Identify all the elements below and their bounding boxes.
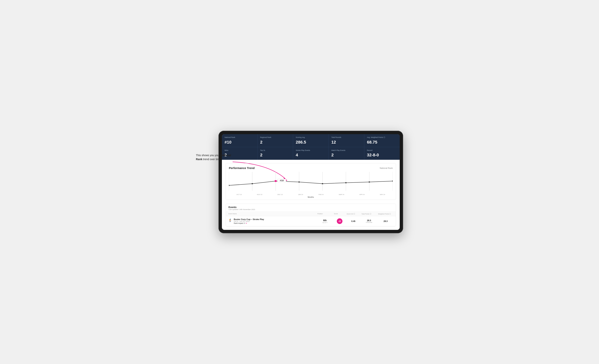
- stat-top3s-value: 2: [260, 153, 290, 158]
- event-sg-cell: 0.45: [347, 220, 360, 222]
- chart-header: Performance Trend National Rank: [229, 166, 393, 169]
- stat-stroke-play-label: Stroke Play Events: [296, 149, 326, 152]
- svg-point-12: [298, 181, 300, 183]
- stat-stroke-play-value: 4: [296, 153, 326, 158]
- table-row: 🏌️ Buster Cozy Cup – Stroke Play Oct 9 –…: [226, 216, 396, 226]
- position-cell: 6th out of 7: [317, 219, 333, 223]
- svg-point-16: [392, 180, 393, 182]
- stat-record-label: Record: [367, 149, 397, 152]
- event-name: Buster Cozy Cup – Stroke Play: [234, 218, 264, 221]
- event-name-cell: 🏌️ Buster Cozy Cup – Stroke Play Oct 9 –…: [229, 218, 316, 224]
- chart-x-label-may24: MAY 24: [372, 194, 393, 195]
- events-title: Events: [229, 206, 393, 209]
- stat-scoring-avg: Scoring Avg. 286.5: [293, 134, 328, 147]
- total-points-sub: 3 Rounds: [361, 222, 377, 223]
- rank-direction-icon: ▼: [246, 222, 247, 224]
- event-date: Oct 9 – Oct 10, 2023: [234, 221, 264, 222]
- stat-total-rounds: Total Rounds 12: [329, 134, 364, 147]
- svg-point-10: [252, 183, 253, 184]
- golf-icon: 🏌️: [229, 219, 232, 222]
- chart-x-labels: OCT 23 NOV 23 DEC 23 JAN 24 FEB 24 MAR 2…: [229, 193, 393, 195]
- outer-wrapper: This shows you your National Rank trend …: [196, 131, 403, 233]
- chart-x-label-mar24: MAR 24: [331, 194, 352, 195]
- col-score: Score: [334, 213, 345, 215]
- stat-national-rank: National Rank #10: [222, 134, 257, 147]
- stat-record-value: 32-8-0: [367, 153, 397, 158]
- stat-match-play-label: Match Play Events: [331, 149, 361, 152]
- col-position: Position: [317, 213, 333, 215]
- svg-text:#10: #10: [280, 179, 284, 182]
- svg-point-14: [345, 182, 347, 183]
- weighted-points-value: 28.3: [378, 220, 393, 222]
- stat-regional-rank-label: Regional Rank: [260, 136, 290, 139]
- position-value: 6th: [317, 219, 333, 222]
- stats-row-1: National Rank #10 Regional Rank 2 Scorin…: [222, 134, 400, 147]
- score-badge: -22: [337, 218, 343, 224]
- stat-top3s-label: Top 3s: [260, 149, 290, 152]
- chart-x-label-feb24: FEB 24: [311, 194, 331, 195]
- event-details: Buster Cozy Cup – Stroke Play Oct 9 – Oc…: [234, 218, 264, 224]
- total-points-value: 28.3: [361, 219, 377, 222]
- stat-national-rank-value: #10: [225, 140, 255, 145]
- chart-title: Performance Trend: [229, 166, 255, 169]
- position-sub: out of 7: [317, 222, 333, 223]
- chart-area: #10: [229, 172, 393, 193]
- stat-regional-rank-value: 2: [260, 140, 290, 145]
- stat-match-play: Match Play Events 2: [329, 147, 364, 160]
- total-points-cell: 28.3 3 Rounds: [361, 219, 377, 223]
- event-rank-impact: Rank Impact: 3 ▼: [234, 222, 264, 224]
- chart-svg: #10: [229, 172, 393, 193]
- tablet-device: National Rank #10 Regional Rank 2 Scorin…: [219, 131, 403, 233]
- content-area: Performance Trend National Rank: [222, 160, 400, 230]
- stat-total-rounds-value: 12: [331, 140, 361, 145]
- rank-impact-text: Rank Impact: 3: [234, 222, 245, 224]
- chart-x-label-dec23: DEC 23: [270, 194, 291, 195]
- col-weighted-points: Weighted Points ⓘ: [378, 213, 393, 215]
- stat-total-rounds-label: Total Rounds: [331, 136, 361, 139]
- weighted-points-cell: 28.3: [378, 220, 393, 222]
- stat-avg-weighted-value: 68.75: [367, 140, 397, 145]
- stat-avg-weighted-label: Avg. Weighted Points ⓘ: [367, 136, 397, 139]
- chart-x-label-jan24: JAN 24: [290, 194, 311, 195]
- stat-match-play-value: 2: [331, 153, 361, 158]
- stat-scoring-avg-label: Scoring Avg.: [296, 136, 326, 139]
- stat-scoring-avg-value: 286.5: [296, 140, 326, 145]
- svg-point-15: [369, 181, 370, 183]
- chart-x-axis-title: Months: [229, 196, 393, 198]
- tablet-screen: National Rank #10 Regional Rank 2 Scorin…: [222, 134, 400, 230]
- chart-x-label-apr24: APR 24: [352, 194, 372, 195]
- col-total-points: Total Points ⓘ: [361, 213, 377, 215]
- stats-row-2: Wins 2 Top 3s 2 Stroke Play Events 4 Mat…: [222, 147, 400, 160]
- stat-record: Record 32-8-0: [364, 147, 400, 160]
- chart-rank-label: National Rank: [380, 167, 393, 169]
- stat-national-rank-label: National Rank: [225, 136, 255, 139]
- chart-x-label-nov23: NOV 23: [249, 194, 270, 195]
- chart-x-label-oct23: OCT 23: [229, 194, 249, 195]
- stat-stroke-play: Stroke Play Events 4: [293, 147, 328, 160]
- annotation-bold: National Rank: [196, 154, 231, 161]
- stat-avg-weighted: Avg. Weighted Points ⓘ 68.75: [364, 134, 400, 147]
- performance-chart-container: Performance Trend National Rank: [226, 163, 396, 200]
- events-table-header: Event Name Position Score Event SG ⓘ Tot…: [226, 212, 396, 216]
- col-event-sg: Event SG ⓘ: [347, 213, 360, 215]
- svg-point-11: [274, 180, 277, 182]
- events-section: Events Last updated: 24th November 2023 …: [226, 204, 396, 226]
- annotation-text: This shows you your National Rank trend …: [196, 153, 234, 161]
- stat-wins-label: Wins: [225, 149, 255, 152]
- event-sg-value: 0.45: [347, 220, 360, 222]
- events-header: Events Last updated: 24th November 2023: [226, 204, 396, 212]
- svg-point-9: [229, 185, 230, 186]
- score-cell: -22: [334, 218, 345, 224]
- col-event-name: Event Name: [229, 213, 316, 215]
- events-subtitle: Last updated: 24th November 2023: [229, 209, 393, 211]
- stat-top3s: Top 3s 2: [257, 147, 293, 160]
- stat-regional-rank: Regional Rank 2: [257, 134, 293, 147]
- svg-point-13: [322, 183, 323, 184]
